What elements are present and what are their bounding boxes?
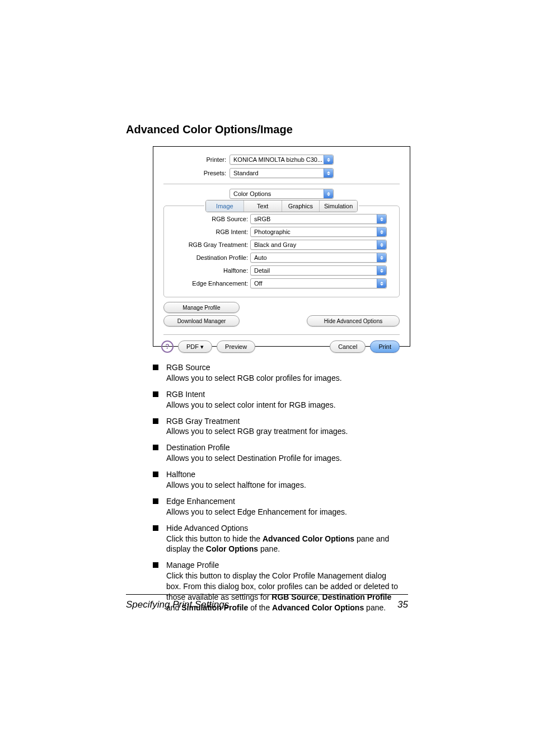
tab-bar: Image Text Graphics Simulation xyxy=(205,200,358,212)
tab-text[interactable]: Text xyxy=(243,200,282,212)
edge-enh-label: Edge Enhancement: xyxy=(176,280,248,287)
list-item: Halftone Allows you to select halftone f… xyxy=(153,469,399,491)
rgb-intent-label: RGB Intent: xyxy=(176,228,248,235)
term: RGB Gray Treatment xyxy=(166,416,399,427)
edge-enh-value: Off xyxy=(254,280,262,287)
stepper-icon xyxy=(324,169,333,178)
halftone-select[interactable]: Detail xyxy=(250,265,387,276)
desc: Allows you to select halftone for images… xyxy=(166,480,399,491)
page-number: 35 xyxy=(397,599,408,610)
edge-enh-select[interactable]: Off xyxy=(250,278,387,288)
rgb-source-value: sRGB xyxy=(254,216,270,222)
list-item: RGB Intent Allows you to select color in… xyxy=(153,389,399,410)
options-group: Image Text Graphics Simulation RGB Sourc… xyxy=(163,206,400,297)
dest-profile-select[interactable]: Auto xyxy=(250,253,387,263)
term: Manage Profile xyxy=(166,560,399,571)
pdf-button[interactable]: PDF ▾ xyxy=(178,340,212,353)
tab-graphics[interactable]: Graphics xyxy=(282,200,320,212)
help-button[interactable]: ? xyxy=(161,340,174,353)
presets-select[interactable]: Standard xyxy=(229,168,334,178)
halftone-label: Halftone: xyxy=(176,267,248,274)
stepper-icon xyxy=(324,155,333,164)
tab-simulation[interactable]: Simulation xyxy=(319,200,357,212)
desc: Allows you to select Destination Profile… xyxy=(166,453,399,464)
pane-value: Color Options xyxy=(233,190,271,197)
presets-label: Presets: xyxy=(153,170,226,176)
desc: Click this button to hide the Advanced C… xyxy=(166,534,399,555)
list-item: RGB Gray Treatment Allows you to select … xyxy=(153,416,399,437)
cancel-button[interactable]: Cancel xyxy=(330,340,366,353)
print-dialog: Printer: KONICA MINOLTA bizhub C30... Pr… xyxy=(153,146,410,347)
printer-label: Printer: xyxy=(153,156,226,163)
tab-image[interactable]: Image xyxy=(206,200,243,212)
term: Hide Advanced Options xyxy=(166,523,399,534)
dest-profile-value: Auto xyxy=(254,254,267,261)
printer-select[interactable]: KONICA MINOLTA bizhub C30... xyxy=(229,155,334,165)
footer-title: Specifying Print Settings xyxy=(126,599,229,610)
preview-button[interactable]: Preview xyxy=(217,340,255,353)
desc: Allows you to select RGB gray treatment … xyxy=(166,426,399,437)
stepper-icon xyxy=(377,240,386,249)
dest-profile-label: Destination Profile: xyxy=(176,254,248,261)
desc: Allows you to select Edge Enhancement fo… xyxy=(166,507,399,517)
term: Halftone xyxy=(166,469,399,480)
stepper-icon xyxy=(377,279,386,288)
list-item: Destination Profile Allows you to select… xyxy=(153,442,399,464)
stepper-icon xyxy=(377,227,386,236)
term: Destination Profile xyxy=(166,442,399,453)
feature-list: RGB Source Allows you to select RGB colo… xyxy=(153,362,399,613)
halftone-value: Detail xyxy=(254,267,270,274)
print-button[interactable]: Print xyxy=(370,340,400,353)
desc: Allows you to select color intent for RG… xyxy=(166,400,399,410)
stepper-icon xyxy=(377,266,386,275)
rgb-source-label: RGB Source: xyxy=(176,216,248,222)
list-item: RGB Source Allows you to select RGB colo… xyxy=(153,362,399,384)
printer-value: KONICA MINOLTA bizhub C30... xyxy=(233,156,322,163)
pane-select[interactable]: Color Options xyxy=(229,189,334,199)
term: RGB Source xyxy=(166,362,399,373)
rgb-source-select[interactable]: sRGB xyxy=(250,214,387,224)
term: RGB Intent xyxy=(166,389,399,400)
rgb-gray-value: Black and Gray xyxy=(254,241,296,248)
list-item: Hide Advanced Options Click this button … xyxy=(153,523,399,555)
stepper-icon xyxy=(377,214,386,223)
list-item: Edge Enhancement Allows you to select Ed… xyxy=(153,496,399,517)
download-manager-button[interactable]: Download Manager xyxy=(163,315,240,326)
desc: Allows you to select RGB color profiles … xyxy=(166,373,399,384)
stepper-icon xyxy=(324,189,333,198)
hide-advanced-button[interactable]: Hide Advanced Options xyxy=(307,315,400,326)
rgb-intent-select[interactable]: Photographic xyxy=(250,227,387,237)
manage-profile-button[interactable]: Manage Profile xyxy=(163,302,240,313)
section-heading: Advanced Color Options/Image xyxy=(126,123,408,136)
rgb-gray-label: RGB Gray Treatment: xyxy=(176,241,248,248)
divider xyxy=(163,184,400,184)
page-footer: Specifying Print Settings 35 xyxy=(126,594,408,610)
rgb-gray-select[interactable]: Black and Gray xyxy=(250,240,387,250)
term: Edge Enhancement xyxy=(166,496,399,507)
stepper-icon xyxy=(377,253,386,262)
rgb-intent-value: Photographic xyxy=(254,228,291,235)
presets-value: Standard xyxy=(233,170,259,176)
